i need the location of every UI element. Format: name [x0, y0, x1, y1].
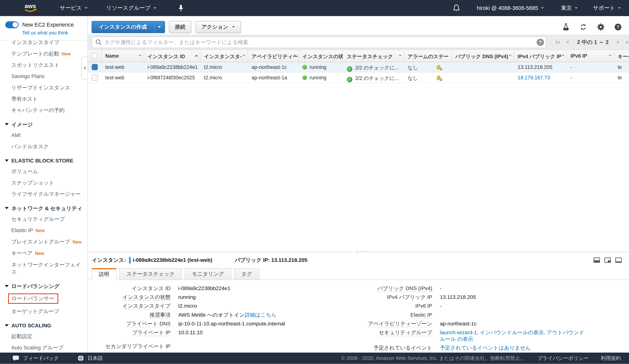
terms-of-use-link[interactable]: 利用規約 [601, 355, 621, 362]
sidebar-item[interactable]: ターゲットグループ [0, 306, 87, 317]
sort-caret-icon[interactable] [562, 55, 565, 56]
sidebar-item[interactable]: Savings Plans [0, 71, 87, 82]
add-alarm-icon[interactable] [436, 65, 443, 71]
sidebar-item[interactable]: プレイスメントグループNew [0, 236, 87, 247]
sidebar-item[interactable]: バンドルタスク [0, 141, 87, 152]
sort-caret-icon[interactable] [139, 55, 142, 56]
sidebar-item[interactable]: スポットリクエスト [0, 60, 87, 71]
row-checkbox[interactable] [92, 64, 98, 70]
first-page-button[interactable] [556, 40, 559, 45]
tab-inactive[interactable]: タグ [234, 268, 259, 280]
tell-us-link[interactable]: Tell us what you think [22, 30, 87, 36]
sort-caret-icon[interactable] [609, 55, 612, 56]
sidebar-item[interactable]: ボリューム [0, 166, 87, 177]
sort-caret-icon[interactable] [294, 55, 297, 56]
sort-caret-icon[interactable] [399, 55, 402, 56]
support-menu[interactable]: サポート [593, 4, 621, 12]
sidebar-item[interactable]: ライフサイクルマネージャー [0, 188, 87, 200]
sidebar-item[interactable]: スナップショット [0, 177, 87, 188]
add-alarm-icon[interactable] [436, 75, 443, 81]
tab-inactive[interactable]: ステータスチェック [119, 268, 182, 280]
region-menu[interactable]: 東京 [561, 4, 578, 12]
toggle-knob [12, 22, 18, 27]
filter-input[interactable] [102, 39, 537, 45]
launch-instance-caret-button[interactable] [154, 21, 165, 33]
sort-caret-icon[interactable] [243, 55, 246, 56]
sort-caret-icon[interactable] [195, 55, 198, 56]
tab-inactive[interactable]: モニタリング [185, 268, 231, 280]
privacy-policy-link[interactable]: プライバシーポリシー [537, 355, 589, 362]
select-all-checkbox[interactable] [92, 53, 98, 59]
sidebar-collapse-handle[interactable] [81, 56, 87, 80]
feedback-button[interactable]: フィードバック [12, 355, 59, 362]
column-header[interactable]: キーペア名 [614, 50, 629, 62]
section-collapse-icon[interactable] [5, 285, 9, 287]
layout-split-pane-icon[interactable] [605, 257, 611, 263]
sidebar-item[interactable]: キャパシティーの予約 [0, 105, 87, 116]
table-row[interactable]: test-webi-089a9c2238bb224e1t2.microap-no… [88, 62, 629, 73]
launch-instance-button[interactable]: インスタンスの作成 [92, 21, 154, 33]
sort-caret-icon[interactable] [338, 55, 341, 56]
section-collapse-icon[interactable] [5, 207, 9, 209]
sidebar-item[interactable]: インスタンスタイプ [0, 40, 87, 48]
sidebar-item[interactable]: テンプレートの起動New [0, 48, 87, 60]
column-header[interactable]: インスタンス ID [144, 50, 200, 62]
sidebar-item[interactable]: Auto Scaling グループ [0, 342, 87, 353]
sidebar-item[interactable]: セキュリティグループ [0, 214, 87, 225]
refresh-icon[interactable] [579, 24, 587, 30]
sidebar-item[interactable]: AMI [0, 130, 87, 141]
nav-resource-groups-menu[interactable]: リソースグループ [106, 4, 156, 12]
column-header-label: ステータスチェック [347, 54, 393, 59]
labs-flask-icon[interactable] [563, 23, 569, 31]
filter-help-icon[interactable]: ? [537, 39, 544, 46]
new-ec2-experience-toggle[interactable] [5, 21, 18, 28]
layout-hidden-pane-icon[interactable] [615, 257, 622, 263]
account-menu[interactable]: hiroki @ 4088-3606-5685 [477, 5, 544, 11]
sidebar-item[interactable]: リザーブドインスタンス [0, 82, 87, 93]
column-header[interactable]: アラームのステー [404, 50, 452, 62]
column-header[interactable]: パブリック DNS (IPv4) [452, 50, 514, 62]
sidebar-item[interactable]: ロードバランサー [0, 291, 87, 306]
section-collapse-icon[interactable] [5, 159, 9, 162]
last-page-button[interactable] [626, 40, 629, 45]
ipv4-value[interactable]: 18.179.167.73 [518, 75, 550, 81]
pin-shortcut-icon[interactable] [178, 4, 184, 12]
next-page-button[interactable] [617, 40, 619, 44]
aws-logo[interactable]: aws [23, 3, 39, 13]
column-header[interactable]: IPv4 パブリック IP [514, 50, 567, 62]
nav-services-menu[interactable]: サービス [60, 4, 88, 12]
notifications-bell-icon[interactable] [453, 4, 460, 12]
connect-button[interactable]: 接続 [169, 21, 191, 33]
filter-search-box[interactable]: ? [92, 36, 546, 48]
section-collapse-icon[interactable] [5, 324, 9, 327]
sidebar-item[interactable]: ネットワークインターフェイス [0, 259, 87, 278]
sidebar-item[interactable]: Elastic IPNew [0, 225, 87, 236]
panel-resize-handle[interactable] [353, 250, 369, 253]
column-header[interactable]: Name [102, 50, 144, 62]
column-header[interactable]: ステータスチェック [343, 50, 404, 62]
feedback-label: フィードバック [23, 355, 59, 362]
column-header[interactable]: アベイラビリティー- [248, 50, 299, 62]
settings-gear-icon[interactable] [597, 23, 605, 31]
layout-bottom-pane-icon[interactable] [594, 257, 600, 263]
detail-value-link[interactable]: 予定されているイベントはありません [440, 345, 531, 351]
column-header[interactable]: インスタンスの状 [299, 50, 343, 62]
actions-button[interactable]: アクション [195, 21, 241, 33]
sort-caret-icon[interactable] [509, 55, 512, 56]
section-collapse-icon[interactable] [5, 123, 9, 125]
previous-page-button[interactable] [566, 40, 569, 44]
sidebar-item[interactable]: 専有ホスト [0, 93, 87, 105]
detail-field-label: インスタンスの状態 [88, 294, 170, 300]
column-header[interactable]: IPv6 IP [567, 50, 614, 62]
tab-active[interactable]: 説明 [92, 268, 117, 280]
help-icon[interactable]: ? [614, 23, 622, 31]
detail-value-link[interactable]: launch-wizard-1 [440, 330, 477, 335]
sidebar-item[interactable]: 起動設定 [0, 331, 87, 342]
table-row[interactable]: test-webi-0f687246f30ec2025t2.microap-no… [88, 73, 629, 83]
detail-value-link[interactable]: インバウンドルールの表示 [480, 330, 544, 335]
row-checkbox[interactable] [92, 75, 98, 81]
column-header[interactable]: インスタンスタ- [200, 50, 248, 62]
language-button[interactable]: 日本語 [78, 355, 103, 362]
sidebar-item[interactable]: キーペアNew [0, 248, 87, 259]
detail-value-link[interactable]: 詳細はこちら [245, 312, 277, 318]
